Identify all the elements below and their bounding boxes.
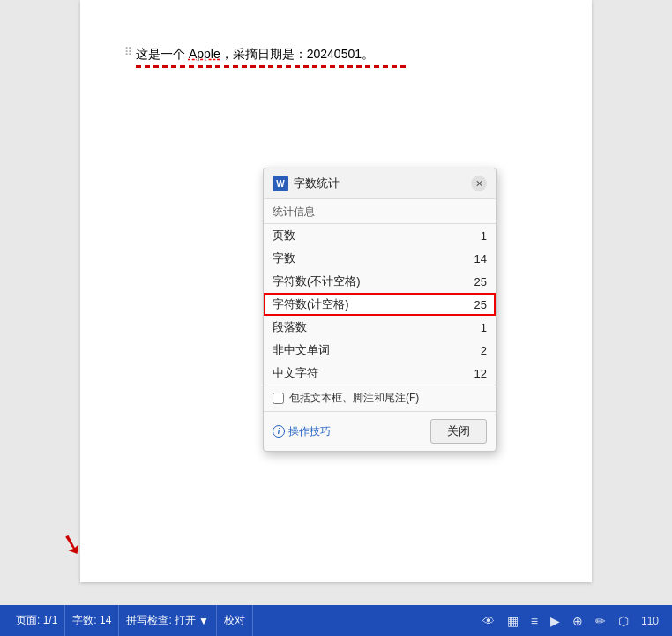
stat-value: 2 xyxy=(444,339,496,362)
doc-text-before: 这是一个 xyxy=(136,47,189,61)
word-count-dialog: W 字数统计 ✕ 统计信息 页数1字数14字符数(不计空格)25字符数(计空格)… xyxy=(263,168,497,452)
status-bar: 页面: 1/1 字数: 14 拼写检查: 打开 ▼ 校对 👁 ▦ ≡ ▶ ⊕ ✏… xyxy=(0,605,672,636)
dialog-title: 字数统计 xyxy=(294,176,340,191)
document-content: ⠿ 这是一个 Apple，采摘日期是：20240501。 xyxy=(124,44,548,68)
status-spell-check[interactable]: 拼写检查: 打开 ▼ xyxy=(119,605,217,636)
dialog-title-bar: W 字数统计 ✕ xyxy=(264,168,496,199)
status-proofread: 校对 xyxy=(217,605,253,636)
stat-value: 1 xyxy=(444,316,496,339)
list-icon[interactable]: ≡ xyxy=(526,614,542,628)
red-dashed-underline xyxy=(136,65,409,68)
stat-row: 段落数1 xyxy=(264,316,496,339)
status-bar-right: 👁 ▦ ≡ ▶ ⊕ ✏ ⬡ 110 xyxy=(478,614,663,628)
dialog-section-label: 统计信息 xyxy=(264,199,496,224)
add-icon[interactable]: ⊕ xyxy=(568,614,587,628)
stat-row: 非中文单词2 xyxy=(264,339,496,362)
stat-value: 25 xyxy=(444,293,496,316)
edit-icon[interactable]: ✏ xyxy=(591,614,610,628)
doc-text-after: ，采摘日期是：20240501。 xyxy=(220,47,374,61)
info-icon: i xyxy=(273,425,285,438)
status-page-info: 页面: 1/1 xyxy=(9,605,65,636)
dialog-footer: i 操作技巧 关闭 xyxy=(264,411,496,451)
doc-text-apple: Apple xyxy=(189,47,220,61)
document-area: ⠿ 这是一个 Apple，采摘日期是：20240501。 ➘ W 字数统计 ✕ … xyxy=(0,0,672,605)
spell-check-dropdown-icon[interactable]: ▼ xyxy=(198,615,209,627)
status-word-count[interactable]: 字数: 14 xyxy=(65,605,119,636)
checkbox-row: 包括文本框、脚注和尾注(F) xyxy=(264,385,496,411)
stat-label: 字符数(不计空格) xyxy=(264,270,444,293)
word-app-icon: W xyxy=(273,176,288,191)
stats-table: 页数1字数14字符数(不计空格)25字符数(计空格)25段落数1非中文单词2中文… xyxy=(264,224,496,385)
stat-label: 中文字符 xyxy=(264,362,444,385)
stat-value: 1 xyxy=(444,224,496,247)
share-icon[interactable]: ⬡ xyxy=(614,614,633,628)
layout-icon[interactable]: ▦ xyxy=(503,614,523,628)
stat-label: 非中文单词 xyxy=(264,339,444,362)
stat-value: 12 xyxy=(444,362,496,385)
stat-row: 字符数(不计空格)25 xyxy=(264,270,496,293)
checkbox-label[interactable]: 包括文本框、脚注和尾注(F) xyxy=(289,391,419,406)
stat-label: 段落数 xyxy=(264,316,444,339)
tips-link[interactable]: i 操作技巧 xyxy=(273,424,331,439)
view-icon[interactable]: 👁 xyxy=(478,614,499,628)
play-icon[interactable]: ▶ xyxy=(546,614,564,628)
include-textbox-checkbox[interactable] xyxy=(273,393,284,404)
zoom-level[interactable]: 110 xyxy=(637,615,663,627)
tips-label: 操作技巧 xyxy=(288,424,331,439)
stat-value: 25 xyxy=(444,270,496,293)
stat-row: 中文字符12 xyxy=(264,362,496,385)
dialog-close-button[interactable]: ✕ xyxy=(471,176,487,191)
stat-label: 字数 xyxy=(264,247,444,270)
stat-value: 14 xyxy=(444,247,496,270)
drag-handle: ⠿ xyxy=(124,46,131,58)
stat-row: 字数14 xyxy=(264,247,496,270)
stat-row: 字符数(计空格)25 xyxy=(264,293,496,316)
stat-label: 页数 xyxy=(264,224,444,247)
stat-label: 字符数(计空格) xyxy=(264,293,444,316)
document-paragraph: 这是一个 Apple，采摘日期是：20240501。 xyxy=(136,44,409,68)
spell-check-text: 拼写检查: 打开 xyxy=(126,613,196,628)
dialog-title-left: W 字数统计 xyxy=(273,176,340,191)
close-dialog-button[interactable]: 关闭 xyxy=(430,419,487,444)
stat-row: 页数1 xyxy=(264,224,496,247)
